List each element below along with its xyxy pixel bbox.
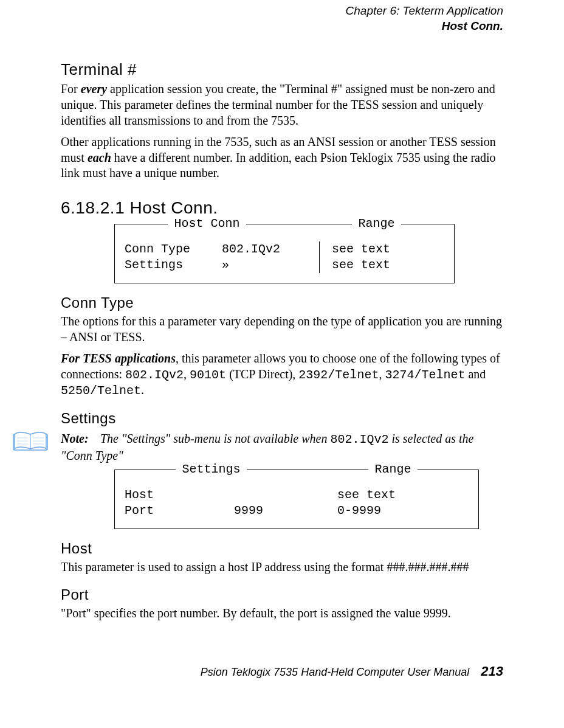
legend-right: Range <box>368 462 417 477</box>
legend-left: Settings <box>176 462 246 477</box>
terminal-paragraph-2: Other applications running in the 7535, … <box>61 134 503 181</box>
heading-host-conn: 6.18.2.1 Host Conn. <box>61 198 503 218</box>
legend-left: Host Conn <box>168 216 246 232</box>
heading-host: Host <box>61 540 503 557</box>
menu-row: Settings » see text <box>125 257 444 273</box>
book-icon <box>12 431 49 454</box>
footer-title: Psion Teklogix 7535 Hand-Held Computer U… <box>201 666 470 678</box>
header-chapter: Chapter 6: Tekterm Application <box>61 4 503 19</box>
port-paragraph: "Port" specifies the port number. By def… <box>61 606 503 622</box>
conn-type-paragraph-1: The options for this a parameter vary de… <box>61 314 503 345</box>
note-row: Note: The "Settings" sub-menu is not ava… <box>12 431 503 463</box>
menu-legend: Host Conn Range <box>115 216 454 232</box>
heading-port: Port <box>61 586 503 603</box>
menu-row: Host see text <box>125 487 469 503</box>
heading-conn-type: Conn Type <box>61 294 503 311</box>
legend-right: Range <box>352 216 401 232</box>
menu-box: Settings Range Host see text Port 9999 0… <box>114 470 479 529</box>
document-page: Chapter 6: Tekterm Application Host Conn… <box>0 0 564 704</box>
page-header: Chapter 6: Tekterm Application Host Conn… <box>61 0 503 33</box>
page-footer: Psion Teklogix 7535 Hand-Held Computer U… <box>61 664 503 679</box>
settings-menu: Settings Range Host see text Port 9999 0… <box>114 470 479 529</box>
host-paragraph: This parameter is used to assign a host … <box>61 560 503 575</box>
note-label: Note: <box>61 431 97 446</box>
heading-terminal: Terminal # <box>61 60 503 79</box>
conn-type-paragraph-2: For TESS applications, this parameter al… <box>61 351 503 399</box>
host-conn-menu: Host Conn Range Conn Type 802.IQv2 see t… <box>114 224 455 283</box>
menu-row: Port 9999 0-9999 <box>125 503 469 519</box>
note-text: Note: The "Settings" sub-menu is not ava… <box>61 431 503 463</box>
menu-legend: Settings Range <box>115 462 478 477</box>
menu-row: Conn Type 802.IQv2 see text <box>125 241 444 257</box>
header-section: Host Conn. <box>61 19 503 34</box>
menu-box: Host Conn Range Conn Type 802.IQv2 see t… <box>114 224 455 283</box>
heading-settings: Settings <box>61 410 503 427</box>
terminal-paragraph-1: For every application session you create… <box>61 81 503 128</box>
page-number: 213 <box>481 664 503 679</box>
